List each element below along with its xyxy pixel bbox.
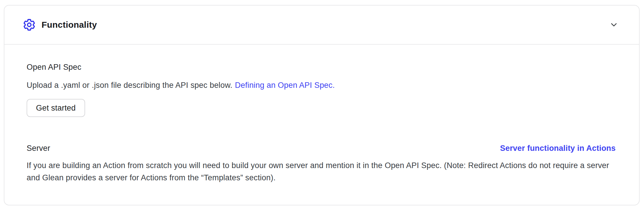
defining-open-api-spec-link[interactable]: Defining an Open API Spec. — [235, 81, 335, 90]
open-api-spec-heading: Open API Spec — [27, 63, 616, 72]
functionality-panel: Functionality Open API Spec Upload a .ya… — [4, 5, 640, 205]
section-open-api-spec: Open API Spec Upload a .yaml or .json fi… — [27, 63, 616, 117]
chevron-down-icon[interactable] — [609, 20, 619, 29]
get-started-button[interactable]: Get started — [27, 99, 85, 117]
server-description: If you are building an Action from scrat… — [27, 159, 616, 184]
open-api-spec-description: Upload a .yaml or .json file describing … — [27, 79, 616, 91]
panel-title: Functionality — [42, 20, 97, 30]
gear-icon — [22, 18, 36, 32]
section-server: Server Server functionality in Actions I… — [27, 144, 616, 184]
server-heading-row: Server Server functionality in Actions — [27, 144, 616, 153]
server-heading: Server — [27, 144, 50, 153]
panel-body: Open API Spec Upload a .yaml or .json fi… — [4, 45, 639, 184]
server-functionality-link[interactable]: Server functionality in Actions — [500, 144, 616, 153]
functionality-accordion-header[interactable]: Functionality — [4, 6, 639, 44]
open-api-spec-description-text: Upload a .yaml or .json file describing … — [27, 81, 233, 90]
